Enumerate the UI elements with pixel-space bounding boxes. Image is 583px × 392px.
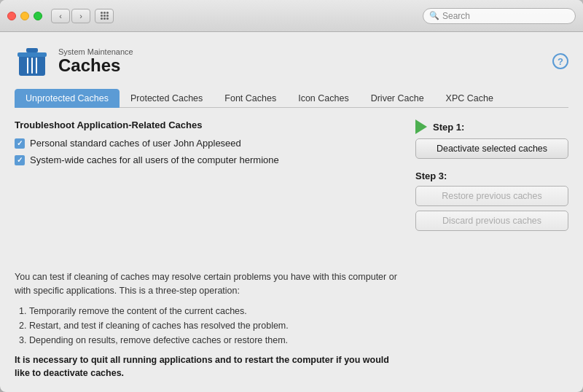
tab-icon-caches[interactable]: Icon Caches: [287, 89, 359, 108]
nav-buttons: ‹ ›: [51, 9, 90, 23]
description-area: You can test if cleaning of caches may r…: [15, 263, 401, 380]
grid-menu-button[interactable]: [95, 9, 114, 23]
tabs-bar: Unprotected Caches Protected Caches Font…: [15, 89, 568, 108]
close-button[interactable]: [7, 12, 16, 20]
list-item-3: Depending on results, remove defective c…: [29, 333, 401, 348]
tab-unprotected-caches[interactable]: Unprotected Caches: [15, 89, 120, 108]
tab-font-caches[interactable]: Font Caches: [214, 89, 287, 108]
svg-rect-2: [26, 48, 38, 52]
title-area: System Maintenance Caches: [58, 47, 133, 75]
checkbox-label-1: Personal standard caches of user John Ap…: [30, 138, 241, 149]
search-icon: 🔍: [429, 11, 439, 20]
main-body: Troubleshoot Application-Related Caches …: [15, 119, 568, 380]
checkbox-1[interactable]: ✓: [15, 138, 25, 149]
steps-list: Temporarily remove the content of the cu…: [29, 304, 401, 348]
traffic-lights: [7, 12, 42, 20]
search-bar[interactable]: 🔍 Search: [423, 8, 576, 24]
check-icon-1: ✓: [17, 139, 23, 147]
step1-label: Step 1:: [433, 122, 464, 133]
list-item-2: Restart, and test if cleaning of caches …: [29, 318, 401, 333]
checkbox-row-2: ✓ System-wide caches for all users of th…: [15, 154, 401, 165]
step1-section: Step 1: Deactivate selected caches: [415, 119, 568, 159]
step3-label: Step 3:: [415, 170, 568, 181]
section-title: Troubleshoot Application-Related Caches: [15, 119, 401, 130]
tab-xpc-cache[interactable]: XPC Cache: [435, 89, 504, 108]
subtitle: System Maintenance: [58, 47, 133, 56]
page-header: System Maintenance Caches ?: [15, 44, 568, 79]
grid-dots-icon: [101, 12, 109, 20]
tab-protected-caches[interactable]: Protected Caches: [120, 89, 214, 108]
help-button[interactable]: ?: [552, 53, 568, 69]
left-panel: Troubleshoot Application-Related Caches …: [15, 119, 401, 380]
step3-section: Step 3: Restore previous caches Discard …: [415, 166, 568, 231]
maximize-button[interactable]: [34, 12, 42, 20]
minimize-button[interactable]: [20, 12, 29, 20]
restore-caches-button[interactable]: Restore previous caches: [415, 186, 568, 206]
content-area: System Maintenance Caches ? Unprotected …: [0, 32, 583, 392]
discard-caches-button[interactable]: Discard previous caches: [415, 211, 568, 231]
right-panel: Step 1: Deactivate selected caches Step …: [415, 119, 568, 380]
list-item-1: Temporarily remove the content of the cu…: [29, 304, 401, 318]
description-intro: You can test if cleaning of caches may r…: [15, 270, 401, 298]
checkbox-row-1: ✓ Personal standard caches of user John …: [15, 138, 401, 149]
step1-arrow-icon: [415, 119, 427, 134]
warning-text: It is necessary to quit all running appl…: [15, 353, 401, 381]
titlebar: ‹ › 🔍 Search: [0, 0, 583, 32]
forward-button[interactable]: ›: [71, 9, 90, 23]
check-icon-2: ✓: [17, 156, 23, 164]
svg-rect-1: [17, 52, 47, 57]
checkbox-label-2: System-wide caches for all users of the …: [30, 154, 279, 165]
checkbox-2[interactable]: ✓: [15, 155, 25, 165]
page-title: Caches: [58, 56, 133, 75]
step1-header: Step 1:: [415, 119, 568, 134]
back-button[interactable]: ‹: [51, 9, 70, 23]
deactivate-caches-button[interactable]: Deactivate selected caches: [415, 138, 568, 159]
search-placeholder: Search: [442, 11, 470, 21]
main-window: ‹ › 🔍 Search: [0, 0, 583, 392]
tab-driver-cache[interactable]: Driver Cache: [360, 89, 435, 108]
app-icon: [15, 44, 50, 79]
